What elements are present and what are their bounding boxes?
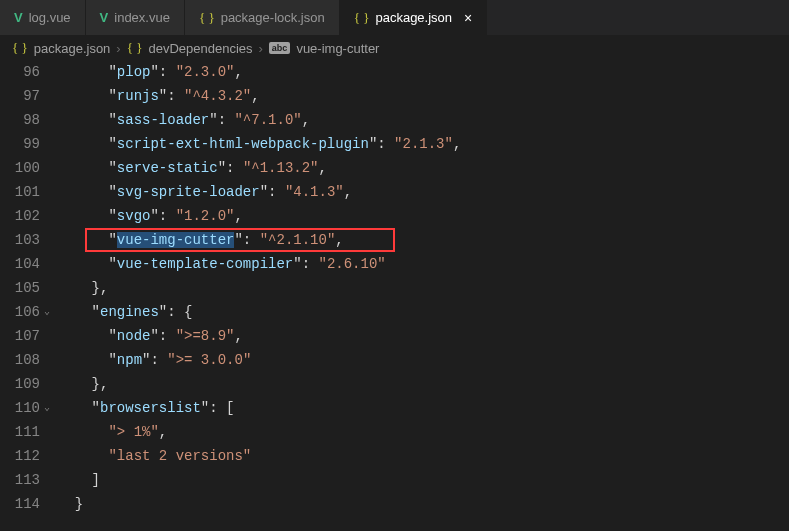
code-line[interactable]: "last 2 versions" [58, 444, 789, 468]
line-gutter: 9697989910010110210310410510610710810911… [0, 60, 58, 516]
line-number: 100 [0, 156, 40, 180]
line-number: 105 [0, 276, 40, 300]
line-number: 103 [0, 228, 40, 252]
code-line[interactable]: "browserslist": [⌄ [58, 396, 789, 420]
tab-log-vue[interactable]: Vlog.vue [0, 0, 86, 35]
vue-icon: V [100, 10, 109, 25]
line-number: 111 [0, 420, 40, 444]
line-number: 112 [0, 444, 40, 468]
code-line[interactable]: ] [58, 468, 789, 492]
code-line[interactable]: "npm": ">= 3.0.0" [58, 348, 789, 372]
breadcrumb: { } package.json › { } devDependencies ›… [0, 36, 789, 60]
line-number: 110 [0, 396, 40, 420]
tab-label: package.json [375, 10, 452, 25]
chevron-right-icon: › [116, 41, 120, 56]
code-line[interactable]: "script-ext-html-webpack-plugin": "2.1.3… [58, 132, 789, 156]
tab-label: log.vue [29, 10, 71, 25]
code-line[interactable]: "plop": "2.3.0", [58, 60, 789, 84]
string-badge-icon: abc [269, 42, 291, 54]
json-icon: { } [12, 40, 28, 56]
line-number: 99 [0, 132, 40, 156]
code-line[interactable]: "svg-sprite-loader": "4.1.3", [58, 180, 789, 204]
line-number: 104 [0, 252, 40, 276]
tab-label: index.vue [114, 10, 170, 25]
code-line[interactable]: "sass-loader": "^7.1.0", [58, 108, 789, 132]
line-number: 108 [0, 348, 40, 372]
close-icon[interactable]: × [464, 11, 472, 25]
json-icon: { } [354, 10, 370, 26]
code-line[interactable]: "engines": {⌄ [58, 300, 789, 324]
tab-index-vue[interactable]: Vindex.vue [86, 0, 185, 35]
code-line[interactable]: "vue-template-compiler": "2.6.10" [58, 252, 789, 276]
breadcrumb-file[interactable]: package.json [34, 41, 111, 56]
tab-bar: Vlog.vueVindex.vue{ }package-lock.json{ … [0, 0, 789, 36]
code-line[interactable]: "runjs": "^4.3.2", [58, 84, 789, 108]
line-number: 101 [0, 180, 40, 204]
line-number: 97 [0, 84, 40, 108]
code-line[interactable]: } [58, 492, 789, 516]
tab-label: package-lock.json [221, 10, 325, 25]
code-line[interactable]: "> 1%", [58, 420, 789, 444]
breadcrumb-section[interactable]: devDependencies [148, 41, 252, 56]
code-line[interactable]: "svgo": "1.2.0", [58, 204, 789, 228]
code-line[interactable]: "vue-img-cutter": "^2.1.10", [58, 228, 789, 252]
line-number: 107 [0, 324, 40, 348]
code-editor[interactable]: 9697989910010110210310410510610710810911… [0, 60, 789, 516]
line-number: 109 [0, 372, 40, 396]
vue-icon: V [14, 10, 23, 25]
code-line[interactable]: }, [58, 276, 789, 300]
tab-package-lock-json[interactable]: { }package-lock.json [185, 0, 340, 35]
code-area[interactable]: "plop": "2.3.0", "runjs": "^4.3.2", "sas… [58, 60, 789, 516]
line-number: 113 [0, 468, 40, 492]
json-icon: { } [199, 10, 215, 26]
chevron-right-icon: › [259, 41, 263, 56]
code-line[interactable]: "serve-static": "^1.13.2", [58, 156, 789, 180]
line-number: 102 [0, 204, 40, 228]
line-number: 98 [0, 108, 40, 132]
line-number: 96 [0, 60, 40, 84]
code-line[interactable]: }, [58, 372, 789, 396]
breadcrumb-leaf[interactable]: vue-img-cutter [296, 41, 379, 56]
line-number: 106 [0, 300, 40, 324]
line-number: 114 [0, 492, 40, 516]
code-line[interactable]: "node": ">=8.9", [58, 324, 789, 348]
tab-package-json[interactable]: { }package.json× [340, 0, 488, 35]
object-icon: { } [127, 40, 143, 56]
fold-chevron-icon[interactable]: ⌄ [44, 300, 50, 324]
fold-chevron-icon[interactable]: ⌄ [44, 396, 50, 420]
